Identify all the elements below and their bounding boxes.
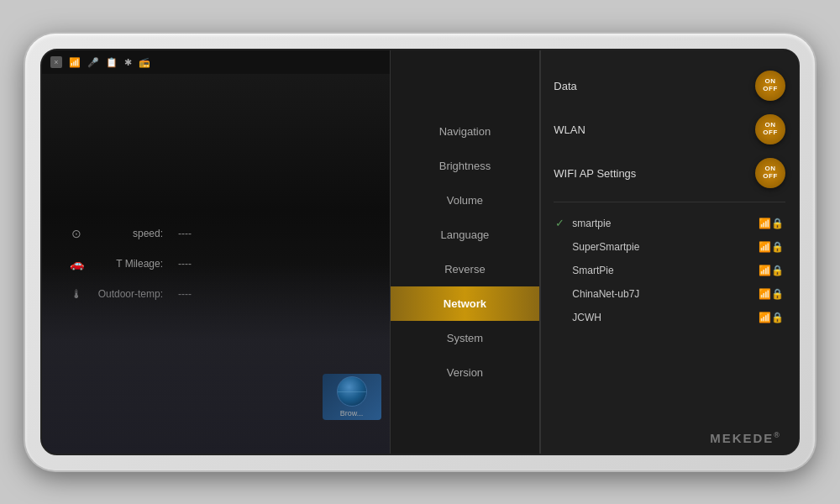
menu-item-navigation[interactable]: Navigation: [391, 114, 540, 149]
data-toggle-state: ONOFF: [763, 78, 778, 93]
wlan-label: WLAN: [554, 123, 585, 136]
temp-row: 🌡 Outdoor-temp: ----: [67, 285, 365, 303]
status-bar: × 📶 🎤 📋 ✱ 📻: [42, 50, 390, 74]
wifi-ap-toggle-state: ONOFF: [763, 165, 778, 181]
speed-icon: ⊙: [67, 224, 86, 243]
mileage-value: ----: [178, 258, 192, 270]
wifi-ap-toggle-button[interactable]: ONOFF: [755, 158, 785, 188]
wifi-list: ✓ smartpie 📶🔒 SuperSmartpie 📶🔒 SmartPie …: [554, 213, 785, 328]
radio-status-icon: 📻: [139, 57, 150, 68]
temp-icon: 🌡: [67, 285, 86, 303]
wlan-toggle-row: WLAN ONOFF: [554, 111, 785, 148]
wifi-ssid-smartpie: smartpie: [572, 218, 759, 229]
wifi-item-chinanet[interactable]: ChinaNet-ub7J 📶🔒: [554, 284, 785, 304]
dashboard-content: ⊙ speed: ---- 🚗 T Mileage: ---- 🌡 Outdoo…: [42, 74, 390, 454]
wifi-ssid-jcwh: JCWH: [572, 312, 759, 323]
wifi-ap-label: WIFI AP Settings: [554, 167, 636, 180]
wlan-toggle-state: ONOFF: [763, 122, 778, 137]
wifi-status-icon: 📶: [69, 57, 81, 68]
device-frame: × 📶 🎤 📋 ✱ 📻 ⊙ speed: ---- 🚗 T Mileage:: [25, 34, 815, 470]
mileage-row: 🚗 T Mileage: ----: [67, 255, 365, 273]
mic-status-icon: 🎤: [87, 57, 99, 68]
wifi-item-jcwh[interactable]: JCWH 📶🔒: [554, 307, 785, 328]
menu-item-brightness[interactable]: Brightness: [391, 149, 540, 183]
wifi-item-supersmartpie[interactable]: SuperSmartpie 📶🔒: [554, 237, 785, 257]
wifi-signal-smartpie2: 📶🔒: [759, 265, 784, 276]
wifi-signal-supersmartpie: 📶🔒: [759, 241, 784, 253]
wifi-connected-check: ✓: [555, 217, 567, 229]
wifi-ap-toggle-row: WIFI AP Settings ONOFF: [554, 155, 785, 192]
wifi-signal-smartpie: 📶🔒: [759, 218, 784, 229]
speed-label: speed:: [96, 228, 163, 239]
browser-label: Brow...: [340, 409, 364, 417]
wifi-signal-chinanet: 📶🔒: [759, 288, 784, 300]
wifi-ssid-chinanet: ChinaNet-ub7J: [572, 288, 759, 300]
browser-thumbnail[interactable]: Brow...: [323, 374, 381, 420]
car-icon: 🚗: [67, 255, 86, 273]
doc-status-icon: 📋: [106, 57, 118, 68]
menu-item-volume[interactable]: Volume: [391, 183, 540, 218]
temp-label: Outdoor-temp:: [96, 288, 163, 300]
menu-item-version[interactable]: Version: [391, 355, 540, 390]
menu-item-reverse[interactable]: Reverse: [391, 252, 540, 286]
menu-item-language[interactable]: Language: [391, 218, 540, 252]
menu-item-system[interactable]: System: [391, 321, 540, 355]
section-divider: [554, 202, 785, 202]
left-panel: × 📶 🎤 📋 ✱ 📻 ⊙ speed: ---- 🚗 T Mileage:: [42, 50, 390, 454]
globe-icon: [337, 376, 367, 407]
wifi-item-smartpie2[interactable]: SmartPie 📶🔒: [554, 260, 785, 281]
speed-value: ----: [178, 228, 192, 239]
temp-value: ----: [178, 288, 192, 300]
menu-item-network[interactable]: Network: [391, 286, 540, 321]
bluetooth-status-icon: ✱: [124, 57, 132, 68]
wifi-signal-jcwh: 📶🔒: [759, 312, 784, 323]
close-button[interactable]: ×: [50, 56, 62, 68]
speed-row: ⊙ speed: ----: [67, 224, 365, 243]
wifi-ssid-supersmartpie: SuperSmartpie: [572, 241, 759, 253]
brand-watermark: MEKEDE®: [710, 431, 781, 445]
mileage-label: T Mileage:: [96, 258, 163, 270]
network-panel: Data ONOFF WLAN ONOFF WIFI AP Settings O…: [541, 50, 798, 454]
menu-panel: Navigation Brightness Volume Language Re…: [390, 50, 541, 454]
data-label: Data: [554, 80, 576, 92]
wifi-ssid-smartpie2: SmartPie: [572, 265, 759, 276]
data-toggle-row: Data ONOFF: [554, 67, 785, 104]
wifi-item-smartpie[interactable]: ✓ smartpie 📶🔒: [554, 213, 785, 234]
wlan-toggle-button[interactable]: ONOFF: [755, 114, 785, 144]
screen: × 📶 🎤 📋 ✱ 📻 ⊙ speed: ---- 🚗 T Mileage:: [40, 49, 800, 455]
data-toggle-button[interactable]: ONOFF: [755, 71, 785, 101]
